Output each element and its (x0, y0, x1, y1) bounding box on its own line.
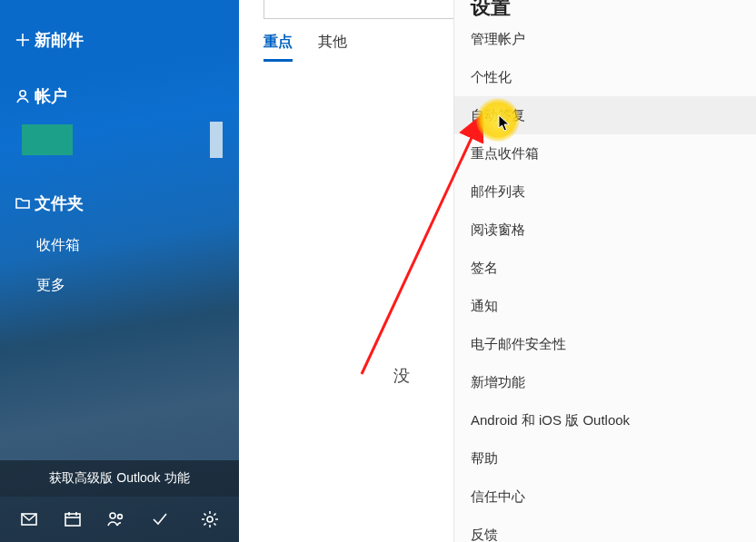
todo-tab-button[interactable] (138, 498, 182, 541)
svg-point-8 (110, 513, 115, 518)
account-item[interactable] (22, 122, 223, 158)
settings-item-email-security[interactable]: 电子邮件安全性 (454, 325, 756, 363)
folder-inbox[interactable]: 收件箱 (0, 225, 239, 265)
bottom-nav (0, 497, 239, 542)
plus-icon (11, 32, 35, 48)
account-color-swatch (22, 124, 73, 155)
settings-item-label: 签名 (471, 260, 498, 275)
settings-item-personalization[interactable]: 个性化 (454, 58, 756, 96)
settings-item-signature[interactable]: 签名 (454, 249, 756, 287)
empty-state-text: 没 (393, 365, 410, 387)
tab-focused[interactable]: 重点 (264, 33, 293, 62)
settings-item-label: Android 和 iOS 版 Outlook (471, 412, 630, 428)
settings-item-label: 邮件列表 (471, 183, 525, 199)
settings-item-label: 阅读窗格 (471, 222, 525, 237)
people-icon (106, 510, 126, 528)
calendar-tab-button[interactable] (51, 498, 94, 541)
settings-item-label: 新增功能 (471, 374, 525, 389)
settings-item-notifications[interactable]: 通知 (454, 287, 756, 325)
settings-item-trust-center[interactable]: 信任中心 (454, 478, 756, 516)
svg-rect-4 (65, 514, 80, 526)
account-selected-indicator (210, 122, 223, 158)
settings-item-label: 电子邮件安全性 (471, 336, 566, 351)
settings-item-label: 重点收件箱 (471, 145, 539, 161)
accounts-label: 帐户 (35, 85, 67, 107)
settings-item-focused-inbox[interactable]: 重点收件箱 (454, 134, 756, 172)
settings-item-label: 通知 (471, 298, 498, 313)
settings-item-label: 自动答复 (471, 107, 525, 123)
settings-item-label: 反馈 (471, 527, 498, 542)
folder-inbox-label: 收件箱 (36, 236, 80, 255)
mail-icon (20, 510, 38, 528)
folder-more[interactable]: 更多 (0, 265, 239, 305)
search-input[interactable] (264, 0, 454, 19)
check-icon (151, 510, 169, 528)
settings-item-feedback[interactable]: 反馈 (454, 516, 756, 542)
folders-header[interactable]: 文件夹 (0, 182, 239, 225)
settings-item-mobile-outlook[interactable]: Android 和 iOS 版 Outlook (454, 401, 756, 439)
svg-point-10 (207, 517, 213, 522)
gear-icon (201, 510, 219, 528)
settings-item-label: 信任中心 (471, 488, 525, 504)
tab-other[interactable]: 其他 (318, 33, 347, 62)
settings-title: 设置 (471, 0, 511, 21)
sidebar: 新邮件 帐户 文件夹 收件箱 更多 获取高级版 Outlook 功能 (0, 0, 239, 542)
svg-point-2 (20, 91, 25, 96)
upgrade-label: 获取高级版 Outlook 功能 (49, 470, 189, 487)
mail-tab-button[interactable] (7, 498, 51, 541)
new-mail-button[interactable]: 新邮件 (0, 18, 239, 62)
settings-panel: 设置 管理帐户 个性化 自动答复 重点收件箱 邮件列表 阅读窗格 签名 通知 电… (453, 0, 756, 542)
calendar-icon (64, 510, 82, 528)
tab-other-label: 其他 (318, 34, 347, 49)
inbox-tabs: 重点 其他 (264, 33, 347, 62)
settings-item-label: 个性化 (471, 69, 512, 84)
settings-list: 管理帐户 个性化 自动答复 重点收件箱 邮件列表 阅读窗格 签名 通知 电子邮件… (454, 20, 756, 542)
upgrade-outlook-button[interactable]: 获取高级版 Outlook 功能 (0, 460, 239, 497)
svg-point-9 (118, 515, 123, 519)
settings-item-label: 管理帐户 (471, 31, 525, 46)
settings-button[interactable] (188, 498, 232, 541)
people-tab-button[interactable] (94, 498, 138, 541)
settings-item-whats-new[interactable]: 新增功能 (454, 363, 756, 401)
settings-item-mail-list[interactable]: 邮件列表 (454, 172, 756, 211)
person-icon (11, 88, 35, 104)
settings-item-help[interactable]: 帮助 (454, 439, 756, 478)
new-mail-label: 新邮件 (35, 29, 84, 51)
settings-item-manage-accounts[interactable]: 管理帐户 (454, 20, 756, 58)
settings-item-auto-reply[interactable]: 自动答复 (454, 96, 756, 134)
folders-label: 文件夹 (35, 192, 84, 214)
accounts-header[interactable]: 帐户 (0, 74, 239, 118)
settings-item-label: 帮助 (471, 450, 498, 466)
settings-item-reading-pane[interactable]: 阅读窗格 (454, 211, 756, 249)
folder-icon (11, 195, 35, 212)
tab-focused-label: 重点 (264, 34, 293, 49)
folder-more-label: 更多 (36, 276, 65, 295)
